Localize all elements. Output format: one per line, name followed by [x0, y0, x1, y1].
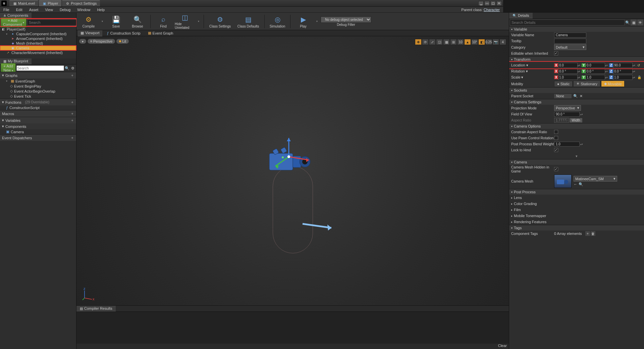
expand-arrow-icon[interactable]: ▾: [6, 33, 9, 36]
camera-speed-icon[interactable]: 📷: [492, 39, 499, 45]
tab-player[interactable]: ▣Player: [39, 0, 61, 6]
view-lit-button[interactable]: Lit: [116, 39, 129, 44]
compile-dropdown[interactable]: ▾: [100, 13, 105, 30]
section-components-vars[interactable]: ▾Components: [0, 123, 76, 129]
mesh-icon: ◆: [11, 41, 15, 45]
save-button[interactable]: 💾Save: [106, 13, 126, 30]
section-functions[interactable]: ▾Functions (29 Overridable)＋: [0, 99, 76, 105]
snap-warn-icon[interactable]: ▲: [464, 39, 471, 45]
tree-node-capsule[interactable]: ▾●CapsuleComponent (Inherited): [0, 32, 76, 36]
myblueprint-search-input[interactable]: [16, 65, 64, 71]
play-dropdown[interactable]: ▾: [315, 13, 319, 30]
window-controls: ▁ — ▢ ✕: [478, 1, 502, 6]
snap-scale-icon[interactable]: ◧: [478, 39, 485, 45]
tab-event-graph[interactable]: ▦Event Graph: [145, 30, 176, 36]
tab-label: Event Graph: [153, 31, 173, 35]
parent-class-link[interactable]: Character: [484, 8, 500, 12]
browse-icon: 🔍: [133, 15, 142, 24]
add-icon[interactable]: ＋: [70, 135, 74, 140]
menu-bar: File Edit Asset View Debug Window Help P…: [0, 7, 503, 13]
camera-icon: ▣: [11, 46, 15, 50]
window-maximize-button[interactable]: ▢: [490, 1, 496, 6]
class-settings-button[interactable]: ⚙Class Settings: [207, 13, 233, 30]
hide-unrelated-button[interactable]: ◫Hide Unrelated: [175, 13, 195, 30]
browse-button[interactable]: 🔍Browse: [127, 13, 148, 30]
gizmo-scale-icon[interactable]: ⤢: [429, 39, 436, 45]
tab-mainlevel[interactable]: ▦MainLevel: [9, 0, 38, 6]
tab-project-settings[interactable]: ⚙Project Settings: [62, 0, 100, 6]
simulation-button[interactable]: ◎Simulation: [267, 13, 287, 30]
view-perspective-button[interactable]: Perspective: [88, 39, 115, 44]
menu-window[interactable]: Window: [74, 7, 94, 13]
compile-button[interactable]: ⚙Compile: [78, 13, 99, 30]
transform-gizmo[interactable]: [266, 137, 320, 184]
window-minimize-button[interactable]: —: [484, 1, 490, 6]
snap-pos-value[interactable]: 10: [457, 39, 464, 45]
play-icon: ▶: [299, 15, 308, 24]
section-graphs[interactable]: ▾Graphs＋: [0, 72, 76, 79]
var-camera[interactable]: ▣Camera: [0, 129, 76, 134]
snap-pos-icon[interactable]: ▦: [443, 39, 450, 45]
section-label: Functions: [5, 100, 21, 104]
components-tree: ◧Player(self) ▾●CapsuleComponent (Inheri…: [0, 26, 76, 56]
tree-node-camera[interactable]: ▣Camera: [0, 46, 76, 50]
func-construction[interactable]: ƒConstructionScript: [0, 105, 76, 110]
tab-viewport[interactable]: ▦Viewport: [78, 30, 102, 36]
expand-arrow-icon[interactable]: ▾: [6, 80, 9, 83]
hide-icon: ◫: [180, 13, 190, 22]
menu-asset[interactable]: Asset: [26, 7, 42, 13]
svg-point-13: [287, 155, 290, 158]
event-tick[interactable]: ◇Event Tick: [0, 94, 76, 99]
tree-node-charmove[interactable]: ↗CharacterMovement (Inherited): [0, 50, 76, 55]
window-min-icon[interactable]: ▁: [478, 1, 484, 6]
event-beginplay[interactable]: ◇Event BeginPlay: [0, 84, 76, 89]
play-button[interactable]: ▶Play: [293, 13, 313, 30]
tree-node-mesh[interactable]: ◆Mesh (Inherited): [0, 41, 76, 46]
viewport-options-button[interactable]: ▾: [79, 39, 86, 44]
chevron-down-icon: ▾: [23, 21, 24, 24]
tree-node-arrow[interactable]: ➤ArrowComponent (Inherited): [0, 36, 76, 41]
class-defaults-button[interactable]: ▤Class Defaults: [235, 13, 262, 30]
menu-file[interactable]: File: [0, 7, 13, 13]
snap-scale-value[interactable]: 0.25: [485, 39, 492, 45]
viewport-3d[interactable]: ▾ Perspective Lit ✥ ⟳ ⤢ ◲ ▦ ⊞ 10 ▲ 10° ◧…: [76, 36, 503, 272]
window-close-button[interactable]: ✕: [496, 1, 502, 6]
capsule-icon: ●: [11, 32, 15, 36]
snap-rot-value[interactable]: 10°: [471, 39, 478, 45]
section-dispatchers[interactable]: Event Dispatchers＋: [0, 135, 76, 141]
coord-space-icon[interactable]: ◲: [436, 39, 443, 45]
gizmo-move-icon[interactable]: ✥: [415, 39, 422, 45]
find-button[interactable]: ⌕Find: [153, 13, 173, 30]
snap-grid-icon[interactable]: ⊞: [450, 39, 457, 45]
item-label: Event BeginPlay: [14, 84, 41, 88]
event-icon: ◇: [10, 84, 13, 88]
add-icon[interactable]: ＋: [70, 111, 74, 116]
graph-eventgraph[interactable]: ▾▦EventGraph: [0, 79, 76, 84]
gear-icon[interactable]: ⚙: [70, 66, 75, 70]
tab-label: Viewport: [85, 31, 100, 35]
gizmo-rotate-icon[interactable]: ⟳: [422, 39, 429, 45]
arrow-icon: ➤: [11, 37, 15, 41]
menu-help[interactable]: Help: [94, 7, 108, 13]
section-label: Variables: [5, 118, 20, 122]
title-bar: u ▦MainLevel ▣Player ⚙Project Settings ▁…: [0, 0, 503, 7]
forward-arrow-icon: [301, 219, 338, 233]
event-beginoverlap[interactable]: ◇Event ActorBeginOverlap: [0, 89, 76, 94]
section-macros[interactable]: Macros＋: [0, 110, 76, 117]
main-toolbar: ⚙Compile ▾ 💾Save 🔍Browse ⌕Find ◫Hide Unr…: [76, 13, 503, 30]
components-search-input[interactable]: [27, 19, 77, 26]
hide-dropdown[interactable]: ▾: [196, 13, 201, 30]
add-icon[interactable]: ＋: [70, 118, 74, 123]
add-icon[interactable]: ＋: [70, 73, 74, 78]
tree-node-player[interactable]: ◧Player(self): [0, 27, 76, 32]
function-icon: ƒ: [107, 31, 109, 35]
debug-object-select[interactable]: No debug object selected: [321, 16, 371, 23]
section-label: Graphs: [5, 73, 17, 78]
add-icon[interactable]: ＋: [70, 100, 74, 105]
menu-view[interactable]: View: [42, 7, 56, 13]
menu-edit[interactable]: Edit: [13, 7, 26, 13]
tab-construction-script[interactable]: ƒConstruction Scrip: [104, 31, 143, 36]
section-variables[interactable]: ▾Variables＋: [0, 117, 76, 123]
camera-speed-value[interactable]: 4: [499, 39, 503, 45]
menu-debug[interactable]: Debug: [56, 7, 74, 13]
